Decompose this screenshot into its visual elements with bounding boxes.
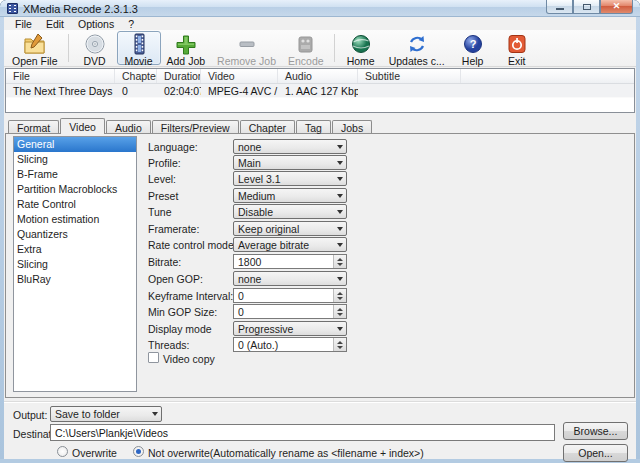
bitrate-label: Bitrate: bbox=[148, 256, 181, 268]
chevron-down-icon bbox=[333, 238, 346, 251]
preset-select[interactable]: Medium bbox=[233, 188, 347, 203]
sidebar-item-quantizers[interactable]: Quantizers bbox=[14, 227, 136, 242]
tab-audio[interactable]: Audio bbox=[106, 120, 151, 133]
chevron-down-icon bbox=[333, 222, 346, 235]
sidebar-item-slicing-2[interactable]: Slicing bbox=[14, 257, 136, 272]
open-gop-select[interactable]: none bbox=[233, 271, 347, 286]
column-header-file[interactable]: File bbox=[6, 69, 115, 83]
spinner-buttons[interactable] bbox=[333, 305, 346, 318]
sidebar-item-slicing[interactable]: Slicing bbox=[14, 152, 136, 167]
column-header-chapters[interactable]: Chapters bbox=[115, 69, 157, 83]
framerate-select[interactable]: Keep original bbox=[233, 221, 347, 236]
menu-help[interactable]: ? bbox=[121, 18, 141, 30]
chevron-down-icon bbox=[333, 205, 346, 218]
updates-button[interactable]: Updates c... bbox=[383, 31, 451, 65]
encode-button: Encode bbox=[282, 31, 330, 65]
chevron-down-icon bbox=[333, 172, 346, 185]
window-title: XMedia Recode 2.3.1.3 bbox=[23, 3, 138, 15]
spin-down-icon bbox=[337, 346, 343, 349]
tab-jobs[interactable]: Jobs bbox=[332, 120, 372, 133]
sidebar-item-bluray[interactable]: BluRay bbox=[14, 272, 136, 287]
menu-bar: File Edit Options ? bbox=[4, 17, 636, 30]
sidebar-item-general[interactable]: General bbox=[14, 137, 136, 152]
chevron-down-icon bbox=[333, 189, 346, 202]
column-header-video[interactable]: Video bbox=[201, 69, 278, 83]
column-header-filler bbox=[461, 69, 634, 83]
overwrite-radio[interactable] bbox=[57, 446, 68, 457]
keyframe-interval-stepper[interactable]: 0 bbox=[233, 288, 347, 303]
tab-tag[interactable]: Tag bbox=[296, 120, 331, 133]
menu-options[interactable]: Options bbox=[71, 18, 121, 30]
exit-button[interactable]: Exit bbox=[495, 31, 539, 65]
open-file-button[interactable]: Open File bbox=[6, 31, 64, 65]
threads-stepper[interactable]: 0 (Auto.) bbox=[233, 337, 347, 352]
spin-down-icon bbox=[337, 263, 343, 266]
cell-audio: 1. AAC 127 Kbps 48000 H... bbox=[278, 84, 358, 97]
home-button[interactable]: Home bbox=[339, 31, 383, 65]
column-header-subtitle[interactable]: Subtitle bbox=[358, 69, 461, 83]
not-overwrite-radio[interactable] bbox=[133, 446, 144, 457]
cell-video: MPEG-4 AVC / H.264 29.9... bbox=[201, 84, 278, 97]
browse-button[interactable]: Browse... bbox=[563, 422, 628, 440]
cell-file: The Next Three Days (2010) MV4 NL ... bbox=[6, 84, 115, 97]
open-button[interactable]: Open... bbox=[563, 444, 628, 462]
threads-label: Threads: bbox=[148, 339, 189, 351]
menu-edit[interactable]: Edit bbox=[39, 18, 71, 30]
spinner-buttons[interactable] bbox=[333, 255, 346, 268]
app-window: XMedia Recode 2.3.1.3 ✕ File Edit Option… bbox=[0, 0, 640, 463]
table-row[interactable]: The Next Three Days (2010) MV4 NL ... 0 … bbox=[6, 84, 634, 98]
close-button[interactable]: ✕ bbox=[600, 0, 633, 14]
language-select[interactable]: none bbox=[233, 139, 347, 154]
toolbar: Open File DVD bbox=[4, 30, 636, 67]
toolbar-separator bbox=[68, 34, 69, 62]
sidebar-item-b-frame[interactable]: B-Frame bbox=[14, 167, 136, 182]
chevron-down-icon bbox=[148, 407, 161, 421]
tab-format[interactable]: Format bbox=[8, 120, 59, 133]
cell-chapters: 0 bbox=[115, 84, 157, 97]
minimize-button[interactable] bbox=[546, 0, 573, 14]
close-icon: ✕ bbox=[613, 2, 621, 11]
sidebar-item-rate-control[interactable]: Rate Control bbox=[14, 197, 136, 212]
cell-subtitle bbox=[358, 84, 461, 97]
spin-down-icon bbox=[337, 297, 343, 300]
sidebar-item-motion-estimation[interactable]: Motion estimation bbox=[14, 212, 136, 227]
spinner-buttons[interactable] bbox=[333, 289, 346, 302]
destination-field[interactable] bbox=[50, 424, 555, 441]
chevron-down-icon bbox=[333, 140, 346, 153]
rate-control-mode-select[interactable]: Average bitrate bbox=[233, 237, 347, 252]
menu-file[interactable]: File bbox=[8, 18, 39, 30]
movie-icon bbox=[127, 33, 151, 55]
preset-label: Preset bbox=[148, 190, 178, 202]
dvd-button[interactable]: DVD bbox=[73, 31, 117, 65]
sidebar-item-extra[interactable]: Extra bbox=[14, 242, 136, 257]
column-header-audio[interactable]: Audio bbox=[278, 69, 358, 83]
title-bar[interactable]: XMedia Recode 2.3.1.3 ✕ bbox=[0, 0, 640, 17]
level-label: Level: bbox=[148, 173, 176, 185]
output-select[interactable]: Save to folder bbox=[50, 406, 162, 422]
help-button[interactable]: ? Help bbox=[451, 31, 495, 65]
video-copy-checkbox[interactable] bbox=[148, 352, 159, 363]
dvd-icon bbox=[83, 33, 107, 55]
divider bbox=[4, 401, 636, 403]
level-select[interactable]: Level 3.1 bbox=[233, 171, 347, 186]
bitrate-stepper[interactable]: 1800 bbox=[233, 254, 347, 269]
chevron-down-icon bbox=[333, 322, 346, 335]
updates-refresh-icon bbox=[405, 33, 429, 55]
spinner-buttons[interactable] bbox=[333, 338, 346, 351]
file-list-header: File Chapters Duration Video Audio Subti… bbox=[6, 69, 634, 84]
profile-select[interactable]: Main bbox=[233, 155, 347, 170]
display-mode-select[interactable]: Progressive bbox=[233, 321, 347, 336]
sidebar-item-partition-macroblocks[interactable]: Partition Macroblocks bbox=[14, 182, 136, 197]
tune-select[interactable]: Disable bbox=[233, 204, 347, 219]
maximize-button[interactable] bbox=[573, 0, 600, 14]
language-label: Language: bbox=[148, 141, 198, 153]
min-gop-size-stepper[interactable]: 0 bbox=[233, 304, 347, 319]
tab-filters-preview[interactable]: Filters/Preview bbox=[152, 120, 239, 133]
column-header-duration[interactable]: Duration bbox=[157, 69, 201, 83]
movie-button[interactable]: Movie bbox=[117, 31, 161, 65]
tab-video[interactable]: Video bbox=[60, 118, 105, 134]
tab-chapter[interactable]: Chapter bbox=[240, 120, 295, 133]
spin-up-icon bbox=[337, 258, 343, 261]
add-job-button[interactable]: Add Job bbox=[161, 31, 212, 65]
open-gop-label: Open GOP: bbox=[148, 273, 203, 285]
